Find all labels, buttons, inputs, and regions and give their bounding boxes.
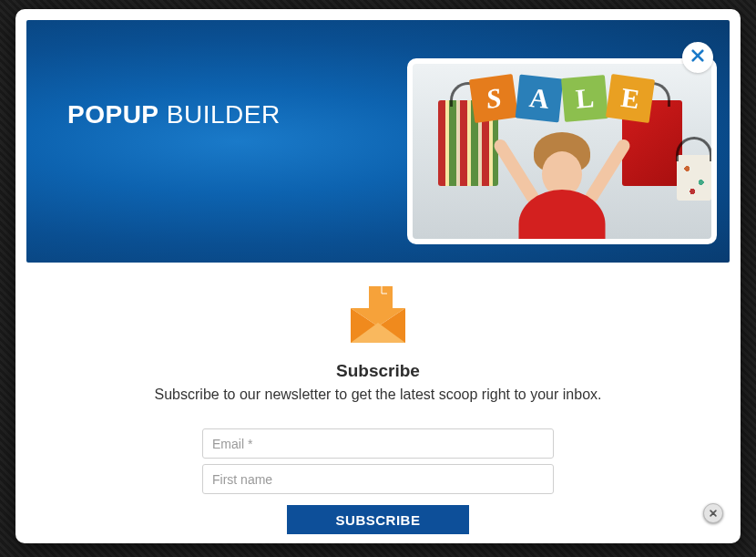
close-icon <box>709 505 718 521</box>
outer-close-button[interactable] <box>703 503 723 523</box>
sale-letter: L <box>561 75 608 122</box>
person-illustration <box>512 117 612 244</box>
subscribe-heading: Subscribe <box>52 361 704 381</box>
brand-title: POPUP BUILDER <box>67 100 281 129</box>
popup-modal: POPUP BUILDER S A L E <box>15 9 741 543</box>
subscribe-button[interactable]: SUBSCRIBE <box>287 505 469 534</box>
brand-bold: POPUP <box>67 100 159 129</box>
promo-image: S A L E <box>407 58 717 244</box>
email-field[interactable] <box>202 428 554 459</box>
subscribe-description: Subscribe to our newsletter to get the l… <box>52 387 704 403</box>
brand-light: BUILDER <box>167 100 281 129</box>
shopping-bag-icon <box>677 155 711 201</box>
sale-letter: E <box>606 74 655 123</box>
envelope-icon <box>345 283 411 352</box>
popup-body: Subscribe Subscribe to our newsletter to… <box>15 273 741 534</box>
sale-letters: S A L E <box>472 77 652 120</box>
firstname-field[interactable] <box>202 464 554 494</box>
sale-letter: S <box>469 74 518 123</box>
sale-letter: A <box>516 75 564 123</box>
subscribe-form: SUBSCRIBE <box>202 428 554 534</box>
popup-header: POPUP BUILDER S A L E <box>26 20 730 263</box>
close-button[interactable] <box>682 42 713 73</box>
svg-rect-0 <box>369 286 393 310</box>
close-icon <box>690 47 706 67</box>
